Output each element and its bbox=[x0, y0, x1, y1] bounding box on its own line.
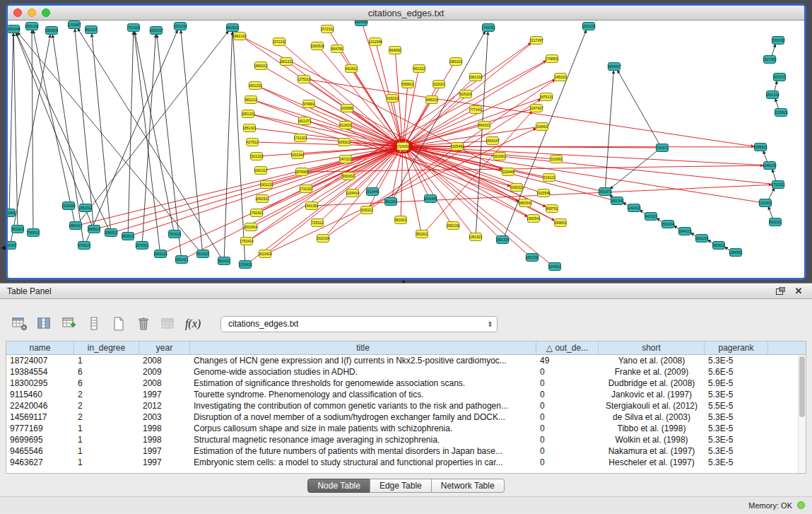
cell-out_degree[interactable]: 0 bbox=[536, 400, 599, 411]
graph-node[interactable]: 1231423 bbox=[238, 261, 252, 269]
graph-edge[interactable] bbox=[768, 206, 773, 218]
cell-in_degree[interactable]: 2 bbox=[74, 389, 139, 400]
column-header-out_degree[interactable]: △ out_de... bbox=[536, 341, 599, 354]
graph-node[interactable]: 1572232 bbox=[272, 38, 286, 46]
column-header-year[interactable]: year bbox=[139, 341, 190, 354]
cell-in_degree[interactable]: 1 bbox=[74, 423, 139, 434]
graph-node[interactable]: 495033 bbox=[426, 96, 438, 104]
graph-edge[interactable] bbox=[610, 150, 658, 189]
graph-node[interactable]: 1513445 bbox=[365, 188, 379, 196]
cell-pagerank[interactable]: 5.3E-5 bbox=[705, 457, 768, 468]
graph-node[interactable]: 1821371 bbox=[298, 117, 312, 125]
cell-title[interactable]: Genome-wide association studies in ADHD. bbox=[190, 366, 536, 378]
graph-node[interactable]: 2063197 bbox=[149, 27, 163, 35]
cell-in_degree[interactable]: 1 bbox=[74, 355, 139, 366]
graph-node[interactable]: 1651973 bbox=[598, 188, 612, 196]
panel-collapse-arrow-icon[interactable]: ◀ bbox=[1, 245, 6, 251]
graph-node[interactable]: 1651421 bbox=[175, 256, 189, 264]
graph-node[interactable]: 1891310 bbox=[233, 33, 247, 40]
graph-edge[interactable] bbox=[253, 115, 396, 146]
graph-node[interactable]: 1731321 bbox=[299, 185, 313, 193]
cell-pagerank[interactable]: 5.6E-5 bbox=[705, 366, 768, 378]
minimize-window-button[interactable] bbox=[28, 8, 36, 17]
graph-node[interactable]: 961341 bbox=[385, 198, 397, 206]
graph-node[interactable]: 1235623 bbox=[774, 109, 788, 117]
cell-title[interactable]: Changes of HCN gene expression and I(f) … bbox=[190, 355, 536, 366]
graph-edge[interactable] bbox=[16, 33, 92, 226]
graph-node[interactable]: 245310 bbox=[555, 74, 567, 81]
citation-network-graph[interactable]: 1724052180120398121319513211851321427512… bbox=[8, 21, 804, 278]
graph-node[interactable]: 1521322 bbox=[249, 153, 264, 160]
graph-node[interactable]: 1711321 bbox=[293, 134, 307, 142]
table-row[interactable]: 946362711997Embryonic stem cells: a mode… bbox=[6, 457, 806, 468]
graph-node[interactable]: 322021 bbox=[433, 81, 445, 88]
graph-node[interactable]: 950504 bbox=[46, 27, 58, 35]
graph-node[interactable]: 2204410 bbox=[346, 189, 360, 197]
graph-node[interactable]: 1743753 bbox=[481, 24, 495, 32]
graph-node[interactable]: 1753414 bbox=[240, 238, 254, 245]
graph-edge[interactable] bbox=[772, 169, 777, 181]
graph-node[interactable]: 1617353 bbox=[763, 56, 777, 64]
new-table-button[interactable] bbox=[109, 315, 129, 333]
table-row[interactable]: 2242004622012Investigating the contribut… bbox=[6, 400, 806, 411]
graph-node[interactable]: 790513 bbox=[28, 229, 40, 237]
cell-year[interactable]: 1998 bbox=[139, 423, 190, 434]
graph-node[interactable]: 654790 bbox=[331, 45, 343, 53]
graph-node[interactable]: 927272 bbox=[774, 74, 786, 81]
cell-year[interactable]: 2012 bbox=[139, 400, 190, 411]
graph-node[interactable]: 220449 bbox=[502, 168, 514, 176]
cell-year[interactable]: 2003 bbox=[139, 411, 190, 423]
graph-node[interactable]: 1860421 bbox=[69, 222, 83, 230]
graph-node[interactable]: 1613414 bbox=[244, 223, 258, 231]
graph-node[interactable]: 1952312 bbox=[78, 204, 93, 212]
graph-node[interactable]: 1875131 bbox=[539, 93, 553, 101]
cell-out_degree[interactable]: 0 bbox=[536, 378, 599, 389]
graph-node[interactable]: 1850541 bbox=[518, 199, 532, 207]
graph-node[interactable]: 1951321 bbox=[241, 110, 255, 118]
graph-node[interactable]: 851421 bbox=[218, 257, 230, 265]
graph-node[interactable]: 1710321 bbox=[771, 181, 785, 189]
graph-node[interactable]: 950594 bbox=[8, 209, 16, 217]
cell-pagerank[interactable]: 5.3E-5 bbox=[705, 423, 768, 434]
graph-edge[interactable] bbox=[618, 70, 660, 145]
graph-edge[interactable] bbox=[181, 30, 202, 250]
graph-node[interactable]: 960513 bbox=[88, 226, 100, 233]
cell-short[interactable]: Nakamura et al. (1997) bbox=[599, 445, 705, 457]
graph-node[interactable]: 1048150 bbox=[763, 162, 777, 170]
graph-node[interactable]: 1361921 bbox=[469, 233, 483, 241]
cell-out_degree[interactable]: 0 bbox=[536, 423, 599, 434]
graph-node[interactable]: 951921 bbox=[416, 230, 428, 238]
graph-node[interactable]: 1275112 bbox=[297, 76, 310, 83]
graph-node[interactable]: 619121 bbox=[543, 174, 555, 182]
graph-node[interactable]: 725312 bbox=[312, 219, 324, 227]
graph-node[interactable]: 961921 bbox=[395, 216, 407, 224]
graph-edge[interactable] bbox=[18, 33, 200, 252]
cell-out_degree[interactable]: 0 bbox=[536, 434, 599, 445]
cell-year[interactable]: 2008 bbox=[139, 355, 190, 366]
graph-node[interactable]: 1151867 bbox=[67, 21, 81, 29]
close-window-button[interactable] bbox=[13, 8, 22, 17]
graph-node[interactable]: 1505492 bbox=[450, 143, 464, 151]
graph-node[interactable]: 1595823 bbox=[753, 144, 767, 151]
window-titlebar[interactable]: citations_edges.txt bbox=[8, 6, 804, 21]
cell-short[interactable]: Dudbridge et al. (2008) bbox=[599, 378, 705, 389]
graph-node[interactable]: 1892192 bbox=[446, 222, 460, 230]
show-columns-button[interactable] bbox=[35, 315, 54, 333]
graph-node[interactable]: 1801203 bbox=[248, 82, 262, 90]
graph-node[interactable]: 751326 bbox=[128, 24, 140, 32]
graph-node[interactable]: 1852049 bbox=[8, 25, 20, 33]
graph-node[interactable]: 851327 bbox=[86, 26, 98, 34]
table-rows-button[interactable] bbox=[84, 315, 104, 333]
graph-node[interactable]: 2063123 bbox=[153, 250, 167, 258]
graph-node[interactable]: 951423 bbox=[197, 250, 209, 258]
graph-edge[interactable] bbox=[768, 188, 775, 200]
graph-node[interactable]: 1044213 bbox=[678, 228, 692, 235]
graph-node[interactable]: 321061 bbox=[494, 153, 506, 160]
graph-edge[interactable] bbox=[9, 33, 13, 209]
cell-name[interactable]: 18300295 bbox=[6, 378, 74, 389]
cell-name[interactable]: 9699695 bbox=[6, 434, 74, 445]
graph-node[interactable]: 1930541 bbox=[526, 215, 541, 223]
cell-title[interactable]: Disruption of a novel member of a sodium… bbox=[190, 411, 536, 423]
graph-node[interactable]: 961312 bbox=[413, 65, 425, 73]
graph-node[interactable]: 1572312 bbox=[320, 25, 334, 33]
